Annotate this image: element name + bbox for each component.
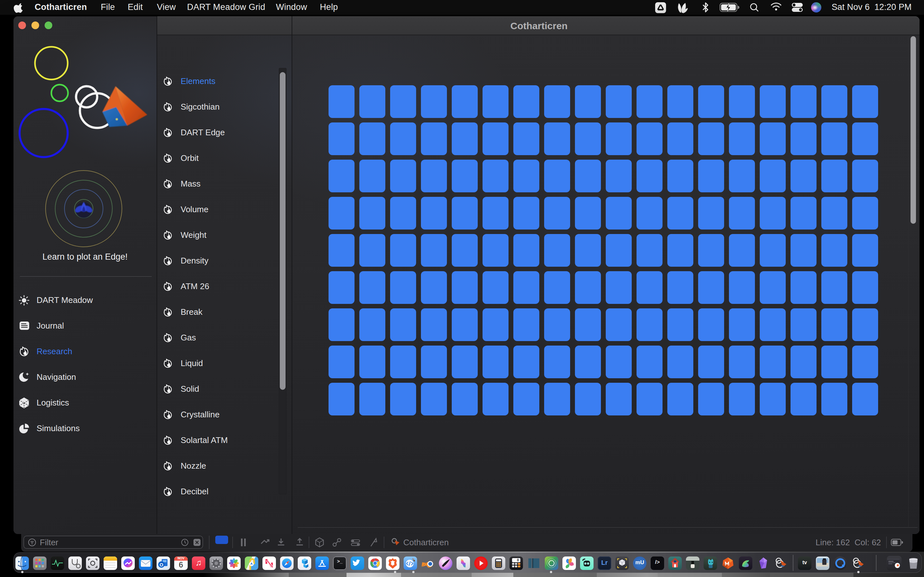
svg-text:O: O [160, 562, 163, 567]
svg-text:0: 0 [517, 558, 519, 562]
